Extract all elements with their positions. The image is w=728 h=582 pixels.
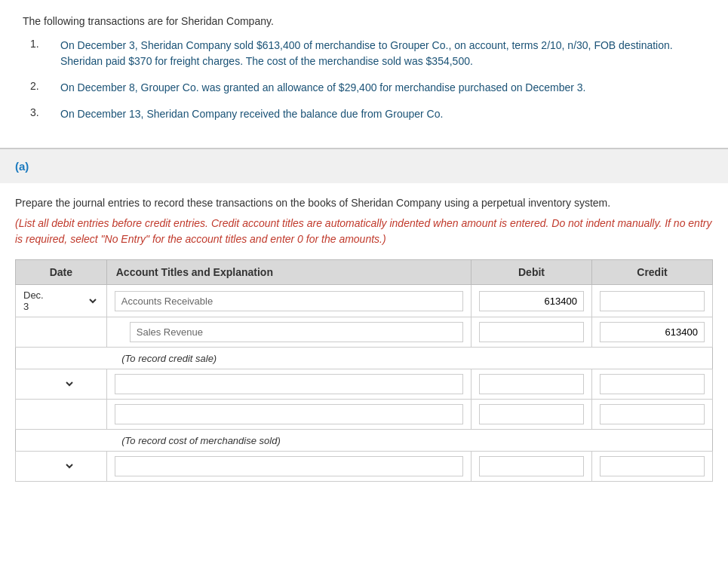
list-item: 3. On December 13, Sheridan Company rece… bbox=[30, 106, 705, 122]
date-cell-3[interactable]: Dec. 3 Dec. 8 Dec. 13 bbox=[16, 452, 107, 482]
header-account: Account Titles and Explanation bbox=[106, 260, 471, 285]
item-text: On December 3, Sheridan Company sold $61… bbox=[60, 38, 705, 69]
debit-cell[interactable] bbox=[472, 285, 592, 317]
note-row: (To record credit sale) bbox=[16, 348, 713, 369]
item-number: 1. bbox=[30, 38, 60, 69]
table-row: Dec. 3 Dec. 8 Dec. 13 bbox=[16, 369, 713, 400]
date-cell-empty bbox=[16, 400, 107, 430]
debit-input-4[interactable] bbox=[479, 404, 584, 424]
note-text-cell-2: (To record cost of merchandise sold) bbox=[106, 430, 712, 452]
account-input[interactable] bbox=[115, 291, 463, 311]
instruction-main: Prepare the journal entries to record th… bbox=[15, 195, 713, 211]
list-item: 1. On December 3, Sheridan Company sold … bbox=[30, 38, 705, 69]
date-cell[interactable]: Dec. 3 Dec. 8 Dec. 13 bbox=[16, 369, 107, 400]
note-date-empty-2 bbox=[16, 430, 107, 452]
header-debit: Debit bbox=[472, 260, 592, 285]
credit-cell-5[interactable] bbox=[592, 452, 713, 482]
account-input-credit[interactable] bbox=[130, 322, 463, 342]
debit-cell-5[interactable] bbox=[472, 452, 592, 482]
date-select-2[interactable]: Dec. 3 Dec. 8 Dec. 13 bbox=[23, 376, 75, 392]
instruction-note: (List all debit entries before credit en… bbox=[15, 216, 713, 247]
section-a-header: (a) bbox=[0, 149, 728, 183]
header-credit: Credit bbox=[592, 260, 713, 285]
debit-cell[interactable] bbox=[472, 400, 592, 430]
item-text: On December 13, Sheridan Company receive… bbox=[60, 106, 443, 122]
intro-text: The following transactions are for Sheri… bbox=[23, 15, 705, 27]
date-wrapper: Dec. 3 Dec. 3 Dec. 8 Dec. 13 bbox=[23, 289, 99, 312]
account-input-4[interactable] bbox=[115, 404, 463, 424]
credit-input[interactable] bbox=[600, 322, 705, 342]
date-cell[interactable]: Dec. 3 Dec. 3 Dec. 8 Dec. 13 bbox=[16, 285, 107, 317]
date-text: Dec. 3 bbox=[23, 289, 44, 312]
debit-input[interactable] bbox=[479, 322, 584, 342]
table-row bbox=[16, 400, 713, 430]
credit-input-4[interactable] bbox=[600, 404, 705, 424]
credit-input[interactable] bbox=[600, 291, 705, 311]
content-section: Prepare the journal entries to record th… bbox=[0, 183, 728, 494]
date-select[interactable]: Dec. 3 Dec. 8 Dec. 13 bbox=[47, 293, 99, 309]
account-cell[interactable] bbox=[106, 369, 471, 400]
section-a-label: (a) bbox=[15, 160, 29, 173]
account-cell[interactable] bbox=[106, 317, 471, 348]
note-row-2: (To record cost of merchandise sold) bbox=[16, 430, 713, 452]
date-wrapper-2: Dec. 3 Dec. 8 Dec. 13 bbox=[23, 376, 99, 392]
debit-cell[interactable] bbox=[472, 317, 592, 348]
credit-cell[interactable] bbox=[592, 317, 713, 348]
account-input-3[interactable] bbox=[115, 374, 463, 394]
account-cell-5[interactable] bbox=[106, 452, 471, 482]
journal-table: Date Account Titles and Explanation Debi… bbox=[15, 259, 713, 482]
item-number: 3. bbox=[30, 106, 60, 122]
credit-input-3[interactable] bbox=[600, 374, 705, 394]
table-row: Dec. 3 Dec. 8 Dec. 13 bbox=[16, 452, 713, 482]
note-text: (To record credit sale) bbox=[114, 348, 224, 369]
date-cell-empty bbox=[16, 317, 107, 348]
debit-input-5[interactable] bbox=[479, 456, 584, 476]
table-row: Dec. 3 Dec. 3 Dec. 8 Dec. 13 bbox=[16, 285, 713, 317]
transaction-list: 1. On December 3, Sheridan Company sold … bbox=[30, 38, 705, 122]
credit-input-5[interactable] bbox=[600, 456, 705, 476]
debit-cell[interactable] bbox=[472, 369, 592, 400]
header-date: Date bbox=[16, 260, 107, 285]
item-number: 2. bbox=[30, 80, 60, 96]
debit-input[interactable] bbox=[479, 291, 584, 311]
table-header-row: Date Account Titles and Explanation Debi… bbox=[16, 260, 713, 285]
date-wrapper-3: Dec. 3 Dec. 8 Dec. 13 bbox=[23, 458, 99, 474]
credit-cell[interactable] bbox=[592, 285, 713, 317]
debit-input-3[interactable] bbox=[479, 374, 584, 394]
credit-cell[interactable] bbox=[592, 400, 713, 430]
problem-statement: The following transactions are for Sheri… bbox=[0, 0, 728, 149]
account-cell[interactable] bbox=[106, 285, 471, 317]
list-item: 2. On December 8, Grouper Co. was grante… bbox=[30, 80, 705, 96]
table-row bbox=[16, 317, 713, 348]
note-date-empty bbox=[16, 348, 107, 369]
date-select-3[interactable]: Dec. 3 Dec. 8 Dec. 13 bbox=[23, 458, 75, 474]
account-input-5[interactable] bbox=[115, 456, 463, 476]
item-text: On December 8, Grouper Co. was granted a… bbox=[60, 80, 586, 96]
credit-cell[interactable] bbox=[592, 369, 713, 400]
note-text-cell: (To record credit sale) bbox=[106, 348, 712, 369]
note-text-2: (To record cost of merchandise sold) bbox=[114, 430, 288, 451]
account-cell[interactable] bbox=[106, 400, 471, 430]
